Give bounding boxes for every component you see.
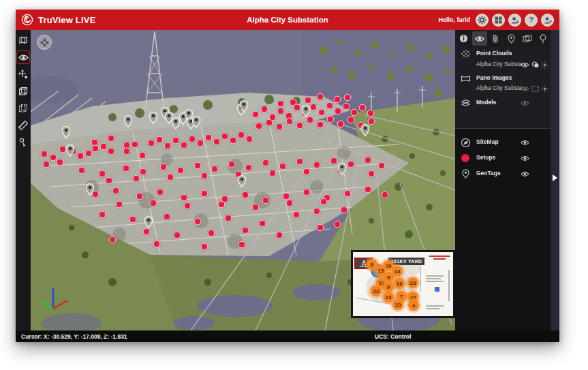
geotag-pin-marker[interactable]	[240, 100, 249, 112]
setup-marker[interactable]	[156, 136, 164, 144]
setup-marker[interactable]	[189, 136, 196, 143]
minimap-setup-marker[interactable]: 10	[392, 299, 403, 310]
setup-marker[interactable]	[205, 134, 213, 142]
setup-marker[interactable]	[351, 109, 358, 117]
setup-marker[interactable]	[310, 104, 318, 111]
pin-tab-icon[interactable]	[504, 31, 519, 46]
minimap-setup-marker[interactable]: 22	[371, 286, 382, 296]
pano-brightness-icon[interactable]	[540, 84, 550, 93]
setup-marker[interactable]	[279, 163, 287, 170]
add-user-icon[interactable]	[508, 14, 521, 27]
setup-marker[interactable]	[317, 121, 324, 129]
setup-marker[interactable]	[177, 167, 185, 174]
setup-marker[interactable]	[108, 148, 115, 155]
setup-marker[interactable]	[181, 142, 188, 149]
attachment-tab-icon[interactable]	[489, 31, 503, 46]
geotag-pin-marker[interactable]	[144, 216, 153, 228]
limit-box-icon[interactable]	[16, 102, 30, 115]
setup-marker[interactable]	[218, 201, 226, 209]
setup-marker[interactable]	[85, 150, 93, 157]
setup-marker[interactable]	[100, 143, 108, 151]
setup-marker[interactable]	[327, 116, 335, 123]
setup-marker[interactable]	[262, 159, 270, 167]
setup-marker[interactable]	[167, 174, 174, 181]
setup-marker[interactable]	[368, 170, 375, 178]
geotag-pin-marker[interactable]	[338, 163, 347, 175]
lightbulb-tab-icon[interactable]	[536, 31, 551, 46]
setup-marker[interactable]	[57, 159, 64, 166]
setup-marker[interactable]	[313, 208, 321, 215]
setup-marker[interactable]	[290, 99, 297, 106]
setup-marker[interactable]	[77, 153, 84, 160]
setup-marker[interactable]	[150, 200, 157, 207]
geotag-pin-marker[interactable]	[238, 175, 247, 187]
setup-marker[interactable]	[225, 215, 232, 222]
setup-marker[interactable]	[320, 198, 328, 206]
panel-expand-arrow-icon[interactable]	[553, 174, 557, 181]
setup-marker[interactable]	[99, 211, 106, 219]
setup-marker[interactable]	[194, 162, 202, 170]
pano-item-row[interactable]: Alpha City Substa...	[455, 84, 551, 95]
setup-marker[interactable]	[201, 172, 208, 180]
setup-marker[interactable]	[213, 138, 221, 146]
setup-marker[interactable]	[143, 228, 151, 236]
apps-grid-icon[interactable]	[492, 14, 505, 27]
sitemap-row[interactable]: SiteMap	[455, 138, 551, 149]
geotag-pin-marker[interactable]	[62, 126, 71, 138]
pano-visibility-eye-icon[interactable]	[520, 84, 530, 93]
setup-marker[interactable]	[326, 102, 334, 110]
setup-marker[interactable]	[337, 121, 345, 128]
minimap-setup-marker[interactable]: 23	[407, 277, 418, 288]
setup-marker[interactable]	[365, 157, 372, 164]
cube-view-icon[interactable]	[16, 84, 30, 98]
pano-frame-icon[interactable]	[530, 84, 540, 93]
geotags-row[interactable]: GeoTags	[455, 169, 551, 180]
setups-row[interactable]: Setups	[455, 153, 551, 164]
setup-marker[interactable]	[201, 190, 208, 198]
panel-collapse-strip[interactable]	[551, 30, 559, 330]
setup-marker[interactable]	[228, 161, 236, 168]
settings-gear-icon[interactable]	[476, 14, 489, 27]
geotag-pin-marker[interactable]	[66, 144, 75, 157]
setup-marker[interactable]	[108, 135, 115, 142]
models-row[interactable]: Models	[455, 98, 551, 109]
setup-marker[interactable]	[172, 137, 180, 144]
user-profile-icon[interactable]	[541, 14, 554, 27]
setup-marker[interactable]	[129, 216, 137, 223]
setup-marker[interactable]	[277, 100, 285, 108]
setup-marker[interactable]	[261, 106, 268, 113]
pointcloud-viewport[interactable]: 161KV YARD 8101314911162392213710104	[31, 30, 455, 330]
setup-marker[interactable]	[344, 94, 352, 102]
setup-marker[interactable]	[341, 206, 348, 214]
setup-marker[interactable]	[269, 170, 277, 177]
setup-marker[interactable]	[296, 122, 304, 129]
setup-marker[interactable]	[99, 170, 106, 178]
minimap-setup-marker[interactable]: 4	[408, 300, 419, 311]
setup-marker[interactable]	[293, 211, 300, 219]
setup-marker[interactable]	[174, 232, 181, 239]
setup-marker[interactable]	[286, 118, 294, 125]
setup-marker[interactable]	[133, 175, 140, 183]
setup-marker[interactable]	[367, 110, 375, 117]
geotag-pin-marker[interactable]	[86, 183, 95, 196]
setup-marker[interactable]	[303, 168, 311, 176]
setup-marker[interactable]	[116, 201, 123, 209]
pano-map-icon[interactable]	[16, 33, 30, 47]
minimap-setup-marker[interactable]: 16	[394, 278, 405, 289]
setup-marker[interactable]	[50, 154, 57, 161]
setup-marker[interactable]	[164, 213, 171, 221]
measure-ruler-icon[interactable]	[16, 119, 30, 132]
setup-marker[interactable]	[78, 167, 86, 174]
setup-marker[interactable]	[131, 141, 139, 149]
setup-marker[interactable]	[277, 108, 285, 115]
setup-marker[interactable]	[382, 191, 389, 199]
geotag-pin-marker[interactable]	[192, 116, 201, 128]
sitemap-visibility-eye-icon[interactable]	[520, 138, 530, 147]
minimap-setup-marker[interactable]: 13	[383, 292, 394, 303]
point-cloud-item-row[interactable]: Alpha City Substa...	[455, 60, 551, 71]
point-clouds-row[interactable]: Point Clouds	[455, 49, 551, 60]
setup-marker[interactable]	[139, 152, 146, 159]
navigation-compass-button[interactable]	[37, 35, 52, 50]
setup-marker[interactable]	[221, 133, 229, 140]
setup-marker[interactable]	[276, 232, 283, 239]
